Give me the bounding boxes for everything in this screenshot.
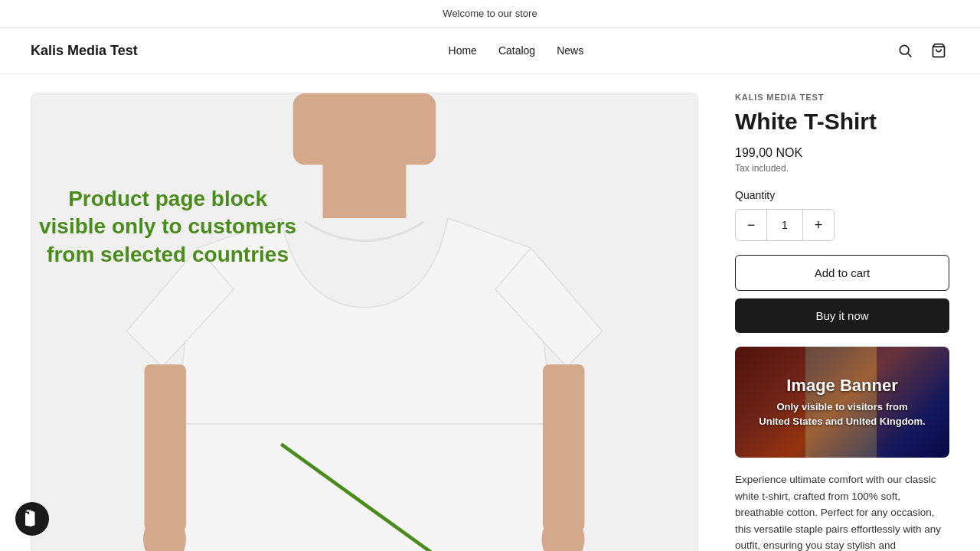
shopify-icon	[23, 510, 41, 528]
cart-icon	[931, 43, 946, 58]
product-price: 199,00 NOK	[735, 146, 949, 160]
nav-home[interactable]: Home	[449, 44, 477, 57]
product-photo	[31, 93, 697, 551]
svg-rect-10	[543, 364, 584, 530]
announcement-text: Welcome to our store	[443, 8, 537, 19]
search-icon	[897, 43, 913, 58]
logo[interactable]: Kalis Media Test	[31, 43, 138, 59]
banner-overlay: Image Banner Only visible to visitors fr…	[746, 364, 937, 440]
add-to-cart-button[interactable]: Add to cart	[735, 255, 949, 291]
quantity-value: 1	[766, 210, 803, 240]
gallery-container: Product page block visible only to custo…	[31, 93, 698, 551]
shopify-badge[interactable]	[15, 502, 49, 536]
product-image: Product page block visible only to custo…	[31, 93, 698, 551]
navigation: Home Catalog News	[449, 44, 584, 57]
buy-now-button[interactable]: Buy it now	[735, 298, 949, 333]
announcement-bar: Welcome to our store	[0, 0, 980, 28]
tax-note: Tax included.	[735, 163, 949, 174]
quantity-control: − 1 +	[735, 209, 835, 241]
header: Kalis Media Test Home Catalog News	[0, 28, 980, 74]
search-button[interactable]	[894, 40, 916, 61]
nav-catalog[interactable]: Catalog	[498, 44, 535, 57]
svg-rect-5	[323, 158, 407, 218]
product-description: Experience ultimate comfort with our cla…	[735, 471, 949, 551]
svg-point-0	[900, 45, 909, 54]
header-icons	[894, 40, 949, 61]
quantity-label: Quantity	[735, 189, 949, 201]
svg-rect-9	[145, 364, 186, 530]
svg-rect-6	[174, 424, 554, 551]
product-details: KALIS MEDIA TEST White T-Shirt 199,00 NO…	[735, 93, 949, 551]
quantity-decrease-button[interactable]: −	[736, 210, 766, 240]
svg-rect-4	[293, 93, 436, 165]
svg-line-1	[908, 54, 912, 57]
banner-subtitle: Only visible to visitors fromUnited Stat…	[759, 400, 925, 428]
nav-news[interactable]: News	[557, 44, 583, 57]
cart-button[interactable]	[928, 40, 949, 61]
image-banner: Image Banner Only visible to visitors fr…	[735, 347, 949, 458]
main-content: Product page block visible only to custo…	[0, 74, 980, 551]
banner-title: Image Banner	[759, 376, 925, 396]
vendor-label: KALIS MEDIA TEST	[735, 93, 949, 102]
quantity-increase-button[interactable]: +	[803, 210, 834, 240]
product-title: White T-Shirt	[735, 108, 949, 135]
